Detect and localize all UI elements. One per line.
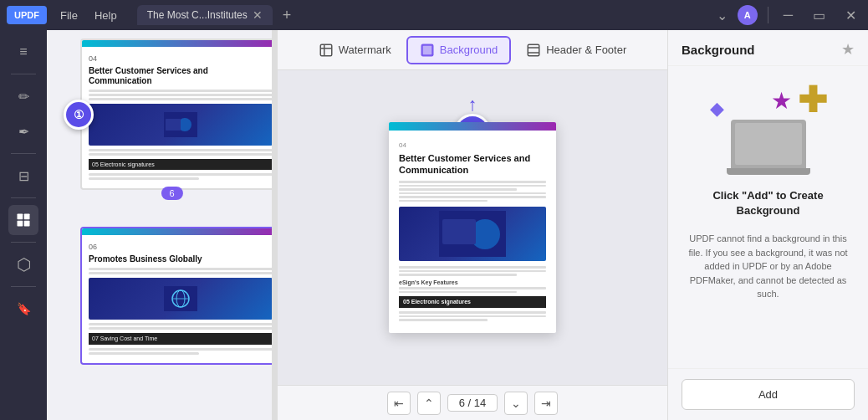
watermark-icon bbox=[319, 43, 334, 58]
edit-tool-button[interactable]: ✏ bbox=[8, 81, 38, 111]
doc-lines-sub bbox=[399, 287, 546, 293]
text-line bbox=[399, 274, 517, 276]
text-line bbox=[399, 181, 546, 183]
reader-tool-button[interactable]: ≡ bbox=[8, 37, 38, 67]
step-2-arrow-icon: ↑ bbox=[468, 95, 477, 114]
content-line bbox=[89, 268, 273, 270]
background-label: Background bbox=[440, 44, 498, 56]
minimize-button[interactable]: ─ bbox=[779, 6, 798, 24]
page-input[interactable] bbox=[447, 394, 498, 412]
star-decoration-icon: ★ bbox=[771, 90, 792, 113]
content-line bbox=[89, 94, 273, 96]
menu-file[interactable]: File bbox=[54, 8, 84, 23]
close-button[interactable]: ✕ bbox=[840, 6, 861, 25]
text-line bbox=[399, 200, 488, 202]
text-line bbox=[399, 291, 517, 294]
convert-tool-button[interactable]: ⬡ bbox=[8, 249, 38, 279]
next-page-button[interactable]: ⌄ bbox=[504, 392, 528, 415]
svg-rect-19 bbox=[442, 219, 476, 244]
text-line bbox=[399, 311, 546, 314]
laptop-screen bbox=[731, 120, 806, 168]
content-line bbox=[89, 348, 273, 351]
text-line bbox=[399, 185, 546, 187]
organize-icon bbox=[16, 213, 31, 228]
content-line bbox=[89, 272, 273, 274]
thumbnail-item-1[interactable]: ① 04 Better Customer Services and Commun… bbox=[80, 38, 263, 190]
thumbnail-content: 06 Promotes Business Globally bbox=[82, 235, 273, 362]
separator bbox=[11, 74, 36, 74]
background-button[interactable]: Background bbox=[406, 36, 511, 64]
header-footer-label: Header & Footer bbox=[546, 44, 626, 56]
text-line bbox=[399, 270, 546, 273]
thumbnail-item-2[interactable]: 06 Promotes Business Globally bbox=[80, 227, 263, 364]
menu-bar: File Help bbox=[54, 8, 124, 23]
maximize-button[interactable]: ▭ bbox=[808, 6, 830, 25]
document-tab[interactable]: The Most C...Institutes ✕ bbox=[137, 5, 273, 25]
text-line bbox=[399, 315, 546, 318]
organize-tool-button[interactable] bbox=[8, 205, 38, 235]
text-line bbox=[399, 287, 546, 289]
doc-section-label: 05 Electronic signatures bbox=[399, 296, 546, 308]
right-panel-description: UPDF cannot find a background in this fi… bbox=[682, 232, 855, 301]
laptop-container bbox=[731, 120, 806, 175]
content-line bbox=[89, 98, 273, 100]
annotate-tool-button[interactable]: ✒ bbox=[8, 116, 38, 146]
right-panel: Background ★ ✚ ★ ◆ Click "Add" t bbox=[667, 30, 868, 420]
titlebar: UPDF File Help The Most C...Institutes ✕… bbox=[0, 0, 868, 30]
page-image bbox=[89, 104, 273, 146]
doc-image-svg bbox=[439, 211, 506, 257]
doc-page-number: 04 bbox=[399, 141, 546, 150]
tab-close-icon[interactable]: ✕ bbox=[253, 8, 263, 22]
doc-lines-bot bbox=[399, 311, 546, 321]
svg-rect-11 bbox=[320, 44, 332, 56]
thumbnail-header bbox=[82, 228, 273, 235]
text-line bbox=[399, 192, 546, 195]
laptop-screen-inner bbox=[735, 123, 802, 165]
separator bbox=[11, 242, 36, 243]
add-background-button[interactable]: Add bbox=[682, 379, 855, 410]
window-controls: ⌄ A ─ ▭ ✕ bbox=[717, 5, 861, 25]
section-number: 05 bbox=[403, 299, 410, 305]
step-1-indicator: ① bbox=[64, 100, 94, 130]
menu-help[interactable]: Help bbox=[88, 8, 124, 23]
illustration: ✚ ★ ◆ bbox=[702, 83, 835, 175]
favorite-icon[interactable]: ★ bbox=[841, 40, 855, 59]
right-panel-footer: Add bbox=[668, 368, 868, 420]
content-line bbox=[89, 173, 273, 176]
text-line bbox=[399, 188, 517, 191]
doc-page-image bbox=[399, 207, 546, 261]
thumbnail-page-7[interactable]: 06 Promotes Business Globally bbox=[80, 227, 273, 364]
doc-lines-top bbox=[399, 181, 546, 202]
svg-rect-0 bbox=[18, 214, 23, 220]
prev-page-button[interactable]: ⌃ bbox=[417, 392, 441, 415]
doc-lines-mid bbox=[399, 266, 546, 276]
doc-page-header-bar bbox=[389, 122, 556, 131]
page-number: 04 bbox=[89, 54, 273, 64]
svg-rect-14 bbox=[528, 44, 539, 56]
separator bbox=[11, 153, 36, 154]
watermark-label: Watermark bbox=[339, 44, 391, 56]
svg-rect-1 bbox=[24, 214, 30, 220]
form-tool-button[interactable]: ⊟ bbox=[8, 161, 38, 191]
page-title: Promotes Business Globally bbox=[89, 254, 273, 264]
document-area: Watermark Background Header & Footer bbox=[278, 30, 667, 420]
add-tab-button[interactable]: + bbox=[283, 7, 292, 24]
header-footer-button[interactable]: Header & Footer bbox=[514, 38, 638, 63]
thumbnail-header bbox=[82, 40, 273, 47]
last-page-button[interactable]: ⇥ bbox=[534, 392, 558, 415]
svg-rect-3 bbox=[24, 221, 30, 227]
watermark-button[interactable]: Watermark bbox=[307, 38, 403, 63]
doc-page-content: 04 Better Customer Services and Communic… bbox=[389, 131, 556, 332]
first-page-button[interactable]: ⇤ bbox=[387, 392, 411, 415]
main-content: ≡ ✏ ✒ ⊟ ⬡ 🔖 ① 04 Better bbox=[0, 30, 868, 420]
avatar[interactable]: A bbox=[738, 5, 758, 25]
text-line bbox=[399, 196, 546, 198]
thumbnail-page-6[interactable]: 04 Better Customer Services and Communic… bbox=[80, 38, 273, 190]
text-line bbox=[399, 319, 488, 321]
dropdown-icon[interactable]: ⌄ bbox=[717, 8, 728, 23]
document-page: 04 Better Customer Services and Communic… bbox=[389, 122, 556, 332]
app-logo: UPDF bbox=[7, 6, 47, 24]
content-line bbox=[89, 327, 273, 330]
section-label: 05 Electronic signatures bbox=[89, 159, 273, 171]
bookmark-tool-button[interactable]: 🔖 bbox=[8, 294, 38, 324]
